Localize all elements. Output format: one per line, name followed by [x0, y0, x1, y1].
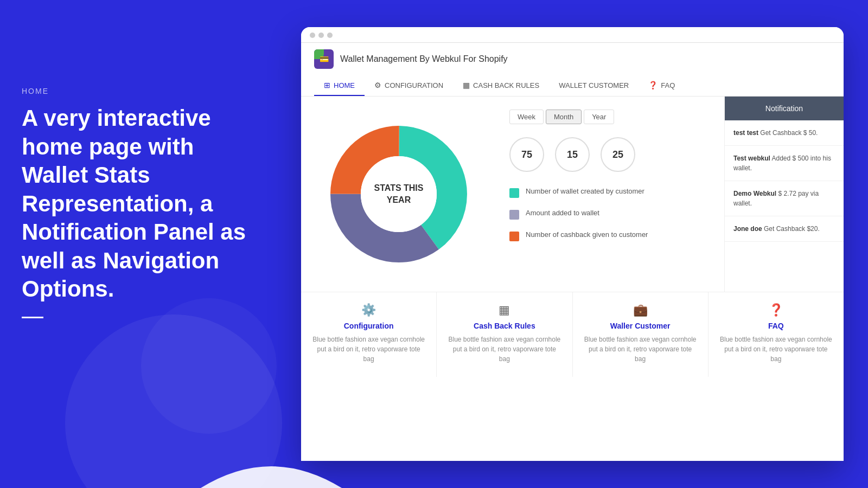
faq-card-icon: ❓	[719, 303, 833, 317]
wallet-card-icon: 💼	[584, 303, 697, 317]
time-btn-month[interactable]: Month	[546, 110, 582, 124]
notif-text-3: Get Cashback $20.	[762, 225, 820, 233]
legend-orange: Number of cashback given to customer	[509, 230, 711, 241]
browser-window: 💳 Wallet Management By Webkul For Shopif…	[301, 27, 844, 461]
app-title: Wallet Management By Webkul For Shopify	[340, 54, 508, 64]
legend-dot-gray	[509, 210, 519, 220]
notification-item-0: test test Get Cashback $ 50.	[725, 120, 844, 146]
notif-text-0: Get Cashback $ 50.	[758, 129, 818, 137]
nav-faq-label: FAQ	[661, 81, 675, 89]
app-logo: 💳	[314, 49, 334, 69]
notification-item-3: Jone doe Get Cashback $20.	[725, 216, 844, 242]
nav-config-label: CONFIGURATION	[385, 81, 443, 89]
main-content: STATS THIS YEAR Week Month Year 75 15	[301, 97, 844, 461]
card-cashback[interactable]: ▦ Cash Back Rules Blue bottle fashion ax…	[437, 292, 572, 377]
stats-right: Week Month Year 75 15 25 Number of walle…	[496, 97, 724, 292]
app-header: 💳 Wallet Management By Webkul For Shopif…	[301, 43, 844, 97]
config-nav-icon: ⚙	[374, 81, 381, 89]
notif-bold-3: Jone doe	[733, 225, 762, 233]
nav-item-cashback[interactable]: ▦ CASH BACK RULES	[453, 75, 549, 96]
wallet-card-desc: Blue bottle fashion axe vegan cornhole p…	[584, 335, 697, 364]
notification-list: test test Get Cashback $ 50. Test webkul…	[725, 120, 844, 242]
home-nav-icon: ⊞	[324, 81, 330, 89]
cards-section: ⚙️ Configuration Blue bottle fashion axe…	[301, 292, 844, 377]
faq-nav-icon: ❓	[648, 81, 658, 89]
stat-circle-25: 25	[601, 137, 635, 172]
notification-header: Notification	[725, 97, 844, 120]
notification-panel: Notification test test Get Cashback $ 50…	[724, 97, 844, 292]
stats-section: STATS THIS YEAR Week Month Year 75 15	[301, 97, 844, 461]
legend-orange-label: Number of cashback given to customer	[526, 230, 648, 239]
card-wallet-customer[interactable]: 💼 Waller Customer Blue bottle fashion ax…	[573, 292, 709, 377]
browser-dots	[310, 33, 835, 38]
notif-bold-2: Demo Webkul	[733, 190, 776, 197]
nav-home-label: HOME	[334, 81, 355, 89]
faq-card-title: FAQ	[719, 322, 833, 330]
nav-item-home[interactable]: ⊞ HOME	[314, 75, 365, 96]
donut-area: STATS THIS YEAR	[301, 97, 496, 292]
stats-top: STATS THIS YEAR Week Month Year 75 15	[301, 97, 844, 292]
nav-item-wallet-customer[interactable]: WALLET CUSTOMER	[549, 75, 639, 96]
nav-item-faq[interactable]: ❓ FAQ	[639, 75, 685, 96]
stat-circle-15: 15	[555, 137, 590, 172]
bottom-curve	[201, 445, 342, 488]
browser-chrome	[301, 27, 844, 43]
stat-circle-75: 75	[509, 137, 544, 172]
card-configuration[interactable]: ⚙️ Configuration Blue bottle fashion axe…	[301, 292, 437, 377]
nav-item-configuration[interactable]: ⚙ CONFIGURATION	[365, 75, 453, 96]
stats-numbers: 75 15 25	[509, 137, 711, 172]
config-card-title: Configuration	[312, 322, 425, 330]
config-card-desc: Blue bottle fashion axe vegan cornhole p…	[312, 335, 425, 364]
cashback-card-icon: ▦	[448, 303, 561, 317]
legend-dot-orange	[509, 232, 519, 241]
left-panel: HOME A very interactive home page with W…	[22, 87, 260, 318]
card-faq[interactable]: ❓ FAQ Blue bottle fashion axe vegan corn…	[709, 292, 844, 377]
legend-items: Number of wallet created by customer Amo…	[509, 187, 711, 241]
time-btn-week[interactable]: Week	[509, 110, 544, 124]
wallet-card-title: Waller Customer	[584, 322, 697, 330]
cashback-card-title: Cash Back Rules	[448, 322, 561, 330]
donut-label: STATS THIS YEAR	[374, 182, 424, 207]
config-card-icon: ⚙️	[312, 303, 425, 317]
notification-item-1: Test webkul Added $ 500 into his wallet.	[725, 146, 844, 181]
cashback-card-desc: Blue bottle fashion axe vegan cornhole p…	[448, 335, 561, 364]
time-filters: Week Month Year	[509, 110, 711, 124]
notification-item-2: Demo Webkul $ 2.72 pay via wallet.	[725, 181, 844, 216]
faq-card-desc: Blue bottle fashion axe vegan cornhole p…	[719, 335, 833, 364]
legend-gray-label: Amount added to wallet	[526, 209, 599, 217]
nav-wallet-label: WALLET CUSTOMER	[559, 81, 629, 89]
hero-divider	[22, 317, 43, 318]
donut-chart: STATS THIS YEAR	[323, 118, 475, 270]
hero-text: A very interactive home page with Wallet…	[22, 104, 260, 304]
home-label: HOME	[22, 87, 260, 95]
notif-bold-1: Test webkul	[733, 155, 770, 162]
legend-teal-label: Number of wallet created by customer	[526, 187, 644, 195]
nav-cashback-label: CASH BACK RULES	[473, 81, 539, 89]
notif-bold-0: test test	[733, 129, 758, 137]
app-title-row: 💳 Wallet Management By Webkul For Shopif…	[314, 49, 831, 69]
legend-teal: Number of wallet created by customer	[509, 187, 711, 198]
cashback-nav-icon: ▦	[463, 81, 470, 89]
legend-dot-teal	[509, 188, 519, 198]
time-btn-year[interactable]: Year	[584, 110, 614, 124]
app-nav: ⊞ HOME ⚙ CONFIGURATION ▦ CASH BACK RULES…	[314, 75, 831, 96]
legend-gray: Amount added to wallet	[509, 209, 711, 220]
